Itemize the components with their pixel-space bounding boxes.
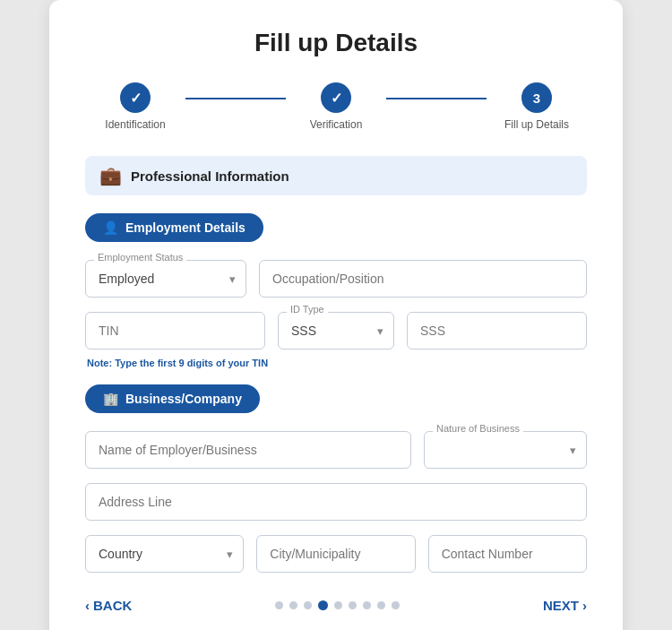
nature-field: Nature of Business Retail Services Manuf… — [424, 431, 587, 469]
dot-1 — [275, 601, 283, 609]
step-check-2: ✓ — [331, 90, 342, 107]
next-button[interactable]: NEXT › — [543, 598, 587, 613]
step-circle-2: ✓ — [321, 82, 351, 113]
professional-header-text: Professional Information — [131, 168, 289, 184]
main-card: Fill up Details ✓ Identification ✓ Verif… — [49, 0, 623, 630]
tin-id-row: ID Type SSS GSIS PhilHealth Pag-IBIG — [85, 312, 587, 350]
step-identification: ✓ Identification — [85, 82, 185, 131]
employment-status-select[interactable]: Employed Self-Employed Unemployed Retire… — [85, 260, 246, 298]
employment-status-row: Employment Status Employed Self-Employed… — [85, 260, 587, 298]
step-check-1: ✓ — [130, 90, 142, 107]
briefcase-icon: 💼 — [99, 165, 122, 186]
business-btn-icon: 🏢 — [103, 392, 118, 406]
dot-5 — [334, 601, 342, 609]
step-label-3: Fill up Details — [504, 118, 569, 131]
step-fillup: 3 Fill up Details — [487, 82, 587, 131]
tin-field — [85, 312, 265, 350]
step-circle-3: 3 — [521, 82, 552, 113]
employment-status-field: Employment Status Employed Self-Employed… — [85, 260, 246, 298]
tin-input[interactable] — [85, 312, 265, 350]
nature-label: Nature of Business — [433, 423, 523, 434]
employer-input[interactable] — [85, 431, 411, 469]
professional-section-header: 💼 Professional Information — [85, 156, 587, 195]
employment-btn-label: Employment Details — [125, 220, 246, 235]
id-number-field — [407, 312, 587, 350]
page-title: Fill up Details — [85, 29, 587, 57]
dot-6 — [349, 601, 357, 609]
tin-note: Note: Type the first 9 digits of your TI… — [85, 357, 587, 370]
step-line-2 — [386, 98, 487, 99]
city-input[interactable] — [256, 535, 415, 573]
id-type-select[interactable]: SSS GSIS PhilHealth Pag-IBIG — [278, 312, 394, 350]
location-contact-row: Country Philippines USA Others — [85, 535, 587, 573]
business-btn-label: Business/Company — [125, 392, 242, 406]
address-row — [85, 483, 587, 521]
employer-nature-row: Nature of Business Retail Services Manuf… — [85, 431, 587, 469]
step-number-3: 3 — [533, 91, 540, 106]
back-label: BACK — [93, 598, 132, 613]
back-chevron-icon: ‹ — [85, 598, 90, 613]
occupation-input[interactable] — [259, 260, 587, 298]
employment-details-btn[interactable]: 👤 Employment Details — [85, 213, 263, 242]
nature-select[interactable]: Retail Services Manufacturing — [424, 431, 587, 469]
progress-dots — [275, 600, 400, 610]
contact-input[interactable] — [428, 535, 587, 573]
dot-8 — [377, 601, 385, 609]
dot-4 — [318, 600, 328, 610]
business-company-btn[interactable]: 🏢 Business/Company — [85, 384, 260, 413]
stepper: ✓ Identification ✓ Verification 3 Fill u… — [85, 82, 587, 131]
bottom-navigation: ‹ BACK NEXT › — [85, 598, 587, 613]
back-button[interactable]: ‹ BACK — [85, 598, 132, 613]
step-line-1 — [185, 98, 286, 99]
occupation-field — [259, 260, 587, 298]
address-input[interactable] — [85, 483, 587, 521]
city-field — [256, 535, 415, 573]
id-type-field: ID Type SSS GSIS PhilHealth Pag-IBIG — [278, 312, 394, 350]
dot-2 — [289, 601, 297, 609]
dot-9 — [392, 601, 400, 609]
country-field: Country Philippines USA Others — [85, 535, 244, 573]
dot-3 — [304, 601, 312, 609]
country-select[interactable]: Country Philippines USA Others — [85, 535, 244, 573]
id-type-label: ID Type — [287, 304, 328, 315]
step-circle-1: ✓ — [120, 82, 151, 113]
contact-field — [428, 535, 587, 573]
employment-btn-icon: 👤 — [103, 220, 118, 235]
employer-field — [85, 431, 411, 469]
next-chevron-icon: › — [582, 598, 587, 613]
step-label-2: Verification — [310, 118, 363, 131]
next-label: NEXT — [543, 598, 579, 613]
address-field — [85, 483, 587, 521]
id-number-input[interactable] — [407, 312, 587, 350]
employment-status-label: Employment Status — [94, 252, 186, 263]
step-verification: ✓ Verification — [286, 82, 386, 131]
dot-7 — [363, 601, 371, 609]
step-label-1: Identification — [105, 118, 165, 131]
